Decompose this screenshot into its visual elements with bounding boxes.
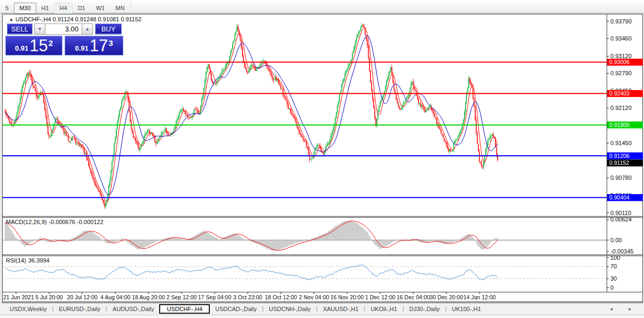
chart-canvas[interactable]: 0.937900.934600.931200.927900.924500.921…	[2, 14, 643, 303]
svg-text:0.90404: 0.90404	[609, 194, 630, 201]
svg-text:30: 30	[610, 275, 617, 282]
svg-text:0.00624: 0.00624	[610, 216, 632, 222]
macd-indicator-label: MACD(12,26,9)-0.000676 -0.000122	[6, 219, 106, 225]
macd-name: MACD(12,26,9)	[6, 219, 46, 225]
svg-text:1 Dec 12:00: 1 Dec 12:00	[365, 294, 396, 300]
price-axis: 0.937900.934600.931200.927900.924500.921…	[607, 18, 643, 291]
svg-text:0.92790: 0.92790	[610, 70, 632, 76]
chart-tab-usdcaddaily[interactable]: USDCAD-,Daily	[210, 304, 262, 313]
svg-text:0.93790: 0.93790	[610, 18, 632, 25]
svg-text:-0.00345: -0.00345	[610, 248, 633, 255]
volume-input[interactable]	[45, 23, 82, 35]
volume-decrease-button[interactable]: ▼	[34, 23, 45, 35]
window-border	[3, 14, 643, 303]
timeframe-button-mn[interactable]: MN	[110, 3, 130, 14]
volume-increase-button[interactable]: ▲	[82, 23, 93, 35]
svg-text:2 Sep 12:00: 2 Sep 12:00	[167, 294, 197, 300]
svg-text:0.92120: 0.92120	[610, 105, 632, 111]
timeframe-button-w1[interactable]: W1	[91, 3, 111, 14]
sell-button[interactable]: SELL	[7, 23, 33, 35]
svg-text:0: 0	[610, 284, 614, 291]
sell-price-point: 2	[49, 38, 53, 47]
time-axis: 21 Jun 20215 Jul 20:0020 Jul 12:004 Aug …	[3, 292, 496, 300]
timeframe-button-m30[interactable]: M30	[14, 3, 36, 14]
ohlc-high: 0.91248	[75, 16, 97, 22]
svg-text:4 Aug 04:00: 4 Aug 04:00	[100, 294, 130, 300]
timeframe-toolbar: 5M30H1H4D1W1MN	[0, 0, 644, 13]
buy-price-box[interactable]: 0.91 17 3	[65, 36, 123, 55]
svg-text:0.93006: 0.93006	[609, 59, 630, 65]
ohlc-open: 0.91124	[53, 16, 74, 22]
rsi-name: RSI(14)	[6, 257, 26, 264]
buy-price-pips: 17	[90, 38, 108, 54]
ohlc-close: 0.91152	[121, 16, 142, 22]
svg-text:0.91800: 0.91800	[609, 122, 630, 128]
svg-text:100: 100	[610, 255, 620, 261]
chart-tab-ukoilh1[interactable]: UKOil-,H1	[365, 304, 403, 313]
timeframe-button-d1[interactable]: D1	[73, 3, 91, 14]
chart-window: 0.937900.934600.931200.927900.924500.921…	[2, 14, 643, 303]
one-click-trade-panel: SELL ▼ ▲ BUY 0.91 15 2 0.91 17 3	[5, 23, 123, 55]
svg-text:0.92403: 0.92403	[609, 90, 630, 97]
ohlc-low: 0.91081	[98, 16, 119, 22]
svg-text:18 Aug 20:00: 18 Aug 20:00	[132, 294, 165, 300]
chart-title: ▲USDCHF-,H40.911240.912480.910810.91152	[9, 16, 143, 22]
svg-text:0.93460: 0.93460	[610, 35, 632, 42]
toolbar-separator	[131, 1, 131, 10]
sell-price-pips: 15	[29, 38, 48, 54]
svg-text:16 Nov 20:00: 16 Nov 20:00	[331, 294, 364, 300]
chart-tab-audusddaily[interactable]: AUDUSD-,Daily	[107, 304, 160, 313]
sell-price-prefix: 0.91	[15, 44, 28, 52]
svg-text:0.90780: 0.90780	[610, 174, 632, 181]
svg-text:0.93120: 0.93120	[610, 53, 632, 59]
tab-scroll-arrows[interactable]: ◂ ▸	[610, 306, 639, 312]
svg-text:21 Jun 2021: 21 Jun 2021	[3, 294, 34, 300]
timeframe-button-h4[interactable]: H4	[54, 3, 73, 14]
svg-text:0.00: 0.00	[610, 237, 622, 243]
chart-tab-uk100h1[interactable]: UK100-,H1	[446, 304, 486, 313]
chart-tab-usdcnhdaily[interactable]: USDCNH-,Daily	[264, 304, 316, 313]
svg-text:30 Dec 20:00: 30 Dec 20:00	[430, 294, 464, 300]
chart-tabs-bar: USDX,Weekly|EURUSD-,Daily|AUDUSD-,DailyU…	[0, 304, 644, 315]
svg-text:0.91450: 0.91450	[610, 140, 632, 146]
collapse-triangle-icon[interactable]: ▲	[9, 17, 13, 22]
buy-price-point: 3	[108, 38, 113, 47]
status-strip	[0, 315, 644, 318]
svg-text:0.91206: 0.91206	[609, 153, 630, 159]
chart-tab-usdxweekly[interactable]: USDX,Weekly	[4, 304, 52, 313]
svg-text:18 Oct 12:00: 18 Oct 12:00	[265, 294, 297, 300]
rsi-indicator-label: RSI(14)36.3994	[6, 257, 52, 264]
timeframe-button-5[interactable]: 5	[0, 3, 14, 14]
svg-text:70: 70	[610, 263, 617, 269]
svg-text:0.91152: 0.91152	[609, 160, 629, 166]
svg-text:20 Jul 12:00: 20 Jul 12:00	[67, 294, 97, 300]
svg-text:0.90110: 0.90110	[610, 210, 631, 216]
svg-text:5 Jul 20:00: 5 Jul 20:00	[35, 294, 63, 300]
svg-text:2 Nov 04:00: 2 Nov 04:00	[299, 294, 329, 300]
symbol-period-label: USDCHF-,H4	[15, 16, 51, 22]
sell-price-box[interactable]: 0.91 15 2	[5, 36, 62, 55]
ma-slow-line	[5, 36, 498, 195]
timeframe-button-h1[interactable]: H1	[36, 3, 54, 14]
svg-text:3 Oct 23:00: 3 Oct 23:00	[233, 294, 262, 300]
chart-tab-xauusdh1[interactable]: XAUUSD-,H1	[318, 304, 364, 313]
macd-values: -0.000676 -0.000122	[49, 219, 103, 225]
rsi-value: 36.3994	[28, 257, 50, 264]
svg-text:14 Jan 12:00: 14 Jan 12:00	[464, 294, 496, 300]
chart-tab-usdchfh4[interactable]: USDCHF-,H4	[159, 304, 210, 314]
svg-text:16 Dec 04:00: 16 Dec 04:00	[397, 294, 430, 300]
buy-button[interactable]: BUY	[95, 23, 122, 35]
chart-tab-eurusddaily[interactable]: EURUSD-,Daily	[53, 304, 106, 313]
buy-price-prefix: 0.91	[75, 44, 88, 52]
chart-tab-dj30daily[interactable]: DJ30-,Daily	[404, 304, 445, 313]
svg-text:17 Sep 04:00: 17 Sep 04:00	[198, 294, 232, 300]
